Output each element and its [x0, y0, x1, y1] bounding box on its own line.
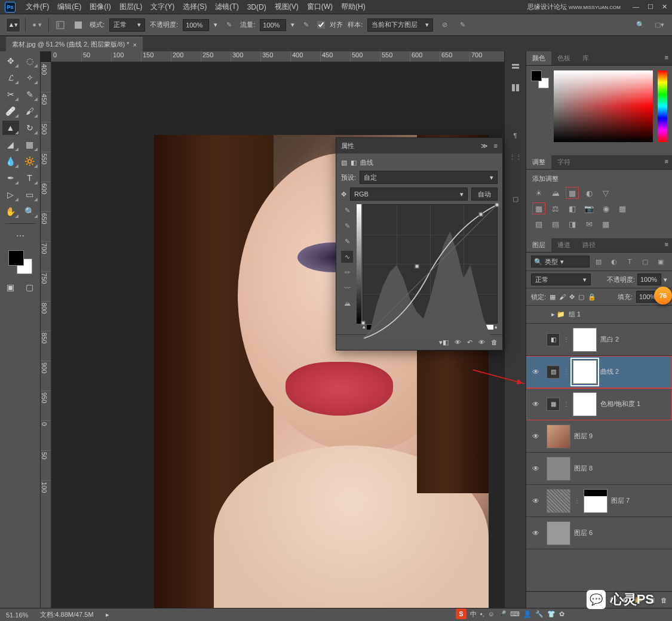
menu-window[interactable]: 窗口(W)	[303, 2, 337, 12]
tab-character[interactable]: 字符	[551, 155, 576, 169]
toggle-vis-icon[interactable]: 👁	[478, 339, 485, 346]
dock-history-icon[interactable]	[509, 60, 522, 73]
visibility-icon[interactable]: 👁	[529, 368, 543, 376]
clone-stamp-tool[interactable]: ▲	[2, 121, 19, 135]
panel-menu-icon[interactable]: ≡	[661, 155, 672, 169]
photo-filter-icon[interactable]: 📷	[582, 202, 596, 214]
mask-thumb[interactable]	[584, 489, 607, 513]
dock-actions-icon[interactable]	[509, 81, 522, 94]
tool-icon[interactable]: 🔧	[535, 610, 544, 618]
emoji-icon[interactable]: ☺	[488, 610, 495, 617]
type-tool[interactable]: T	[22, 171, 38, 185]
filter-adj-icon[interactable]: ◐	[607, 255, 621, 268]
brush-settings-icon[interactable]	[72, 19, 85, 32]
eyedropper-black-icon[interactable]: ✎	[341, 204, 353, 216]
airbrush-icon[interactable]: ✎	[299, 19, 312, 32]
gradient-tool[interactable]: ▦	[22, 137, 38, 152]
foreground-color[interactable]	[8, 250, 24, 266]
doc-tab[interactable]: 素材.jpg @ 51.2% (曲线 2, 图层蒙版/8) *×	[6, 37, 143, 51]
pen-tool[interactable]: ✒	[2, 171, 19, 185]
link-icon[interactable]: ⋮	[563, 368, 569, 375]
channel-mixer-icon[interactable]: ◉	[599, 202, 612, 214]
color-mini-swatches[interactable]	[531, 70, 549, 88]
blur-tool[interactable]: 💧	[2, 154, 19, 168]
hue-slider[interactable]	[658, 70, 667, 142]
mic-icon[interactable]: 🎤	[498, 610, 507, 618]
ime-icon[interactable]: 中	[470, 610, 477, 619]
brightness-icon[interactable]: ☀	[532, 187, 545, 199]
filter-pixel-icon[interactable]: ▧	[592, 255, 605, 268]
menu-3d[interactable]: 3D(D)	[243, 3, 271, 11]
history-brush-tool[interactable]: ↻	[22, 121, 38, 135]
layer-curves2[interactable]: 👁 ▧ ⋮ 曲线 2	[526, 356, 672, 388]
layer-9[interactable]: 👁 图层 9	[526, 420, 672, 453]
layer-filter-select[interactable]: 🔍 类型 ▾	[531, 256, 590, 268]
smooth-icon[interactable]: 〰	[341, 282, 353, 294]
mask-icon[interactable]: ◧	[351, 159, 357, 167]
point-curve-icon[interactable]: ∿	[341, 251, 353, 263]
panel-menu-icon[interactable]: ≡	[661, 51, 672, 65]
ignore-adj-icon[interactable]: ⊘	[438, 19, 451, 32]
layer-8[interactable]: 👁 图层 8	[526, 453, 672, 485]
dock-glyphs-icon[interactable]: ⋮⋮	[509, 150, 522, 164]
edit-toolbar[interactable]: ⋯	[12, 229, 29, 243]
reset-icon[interactable]: ↶	[467, 339, 472, 346]
path-select-tool[interactable]: ▷	[2, 187, 19, 202]
lock-pixels-icon[interactable]: 🖌	[559, 293, 566, 300]
curve-graph[interactable]	[363, 204, 498, 324]
hand-tool[interactable]: ✋	[2, 204, 19, 219]
properties-panel[interactable]: 属性 ≫ ≡ ▧ ◧ 曲线 预设: 自定▾ ✥ RGB▾ 自动 ✎ ✎ ✎ ∿ …	[336, 137, 503, 351]
mask-thumb[interactable]	[573, 328, 597, 352]
link-icon[interactable]: ⋮	[563, 336, 569, 343]
brush-panel-icon[interactable]	[54, 19, 67, 32]
tab-color[interactable]: 颜色	[526, 51, 551, 65]
eraser-tool[interactable]: ◢	[2, 137, 19, 152]
preset-select[interactable]: 自定▾	[360, 171, 498, 184]
layer-6[interactable]: 👁 图层 6	[526, 517, 672, 549]
modify-image-icon[interactable]: ✥	[341, 190, 346, 198]
lock-artboard-icon[interactable]: ▢	[578, 293, 584, 301]
dodge-tool[interactable]: 🔆	[22, 154, 38, 168]
sample-select[interactable]: 当前和下方图层▾	[367, 19, 433, 32]
lock-transparency-icon[interactable]: ▦	[550, 293, 556, 301]
move-tool[interactable]: ✥	[2, 54, 19, 68]
magic-wand-tool[interactable]: ✧	[22, 70, 38, 85]
tab-libraries[interactable]: 库	[576, 51, 595, 65]
visibility-icon[interactable]: 👁	[529, 432, 543, 441]
tab-paths[interactable]: 路径	[576, 238, 602, 252]
delete-adj-icon[interactable]: 🗑	[491, 339, 498, 346]
auto-button[interactable]: 自动	[471, 187, 498, 201]
pressure-size-icon[interactable]: ✎	[456, 19, 469, 32]
shape-tool[interactable]: ▭	[22, 187, 38, 202]
lasso-tool[interactable]: 𝓛	[2, 70, 19, 85]
eyedropper-gray-icon[interactable]: ✎	[341, 220, 353, 232]
lut-icon[interactable]: ▦	[616, 202, 629, 214]
channel-select[interactable]: RGB▾	[350, 187, 468, 201]
layer-group-1[interactable]: ▸ 📁 组 1	[526, 306, 672, 324]
mode-select[interactable]: 正常▾	[109, 19, 145, 32]
posterize-icon[interactable]: ▤	[549, 218, 562, 230]
zoom-level[interactable]: 51.16%	[6, 611, 28, 619]
filter-smart-icon[interactable]: ▣	[654, 255, 667, 268]
layer-bw2[interactable]: ◧ ⋮ 黑白 2	[526, 324, 672, 356]
maximize-icon[interactable]: ☐	[648, 3, 653, 11]
tab-swatches[interactable]: 色板	[551, 51, 576, 65]
eyedropper-tool[interactable]: ✎	[22, 87, 38, 102]
histogram-icon[interactable]: ⛰	[341, 297, 353, 309]
levels-icon[interactable]: ⛰	[549, 187, 562, 199]
skin-icon[interactable]: 👕	[547, 610, 556, 618]
panel-menu-icon[interactable]: ≡	[494, 142, 498, 149]
brush-tool[interactable]: 🖌	[22, 104, 38, 118]
dock-info-icon[interactable]: ▢	[509, 192, 522, 205]
vibrance-icon[interactable]: ▽	[599, 187, 612, 199]
screen-mode-icon[interactable]: ▢	[22, 280, 38, 294]
properties-header[interactable]: 属性 ≫ ≡	[336, 138, 502, 153]
workspace-icon[interactable]: ▢▾	[653, 19, 666, 32]
mask-thumb[interactable]	[573, 392, 597, 416]
brush-preset-icon[interactable]: ● ▾	[30, 19, 44, 32]
crop-tool[interactable]: ✂	[2, 87, 19, 102]
lock-position-icon[interactable]: ✥	[569, 293, 575, 301]
menu-type[interactable]: 文字(Y)	[146, 2, 179, 12]
layer-thumb[interactable]	[547, 457, 570, 481]
tab-channels[interactable]: 通道	[551, 238, 576, 252]
